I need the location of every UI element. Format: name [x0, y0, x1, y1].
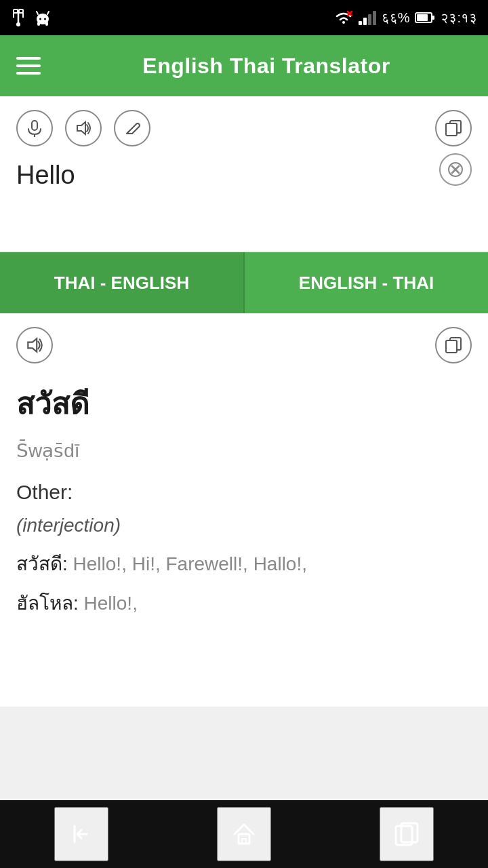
- edit-button[interactable]: [114, 110, 150, 146]
- meaning-word-1: สวัสดี:: [16, 553, 68, 574]
- menu-line-3: [16, 72, 41, 75]
- recents-icon: [393, 821, 420, 848]
- wifi-icon: [334, 10, 353, 25]
- usb-icon: [11, 8, 26, 27]
- svg-rect-20: [417, 14, 428, 21]
- meaning-values-1: Hello!, Hi!, Farewell!, Hallo!,: [68, 553, 307, 574]
- battery-pct: ६६%: [382, 10, 410, 26]
- recents-button[interactable]: [380, 807, 434, 861]
- svg-line-10: [47, 12, 49, 14]
- svg-rect-11: [37, 22, 40, 26]
- svg-rect-17: [368, 14, 371, 25]
- menu-button[interactable]: [16, 57, 41, 75]
- output-toolbar: [16, 327, 472, 363]
- svg-marker-31: [28, 338, 37, 351]
- status-left-icons: [11, 8, 50, 27]
- output-meaning-row-2: ฮัลโหล: Hello!,: [16, 589, 472, 618]
- svg-line-9: [37, 12, 38, 14]
- speaker-icon-output: [25, 336, 44, 355]
- svg-rect-12: [45, 22, 48, 26]
- menu-line-2: [16, 64, 41, 67]
- svg-rect-27: [446, 123, 457, 136]
- svg-point-7: [39, 18, 41, 20]
- android-icon: [35, 8, 50, 27]
- svg-point-8: [44, 18, 46, 20]
- input-area: Hello: [0, 96, 488, 252]
- svg-rect-16: [363, 18, 367, 25]
- home-icon: [230, 821, 258, 848]
- thai-english-button[interactable]: THAI - ENGLISH: [0, 252, 245, 313]
- output-phonetic: S̄wạs̄dī: [16, 439, 472, 462]
- meaning-values-2: Hello!,: [79, 593, 138, 614]
- svg-marker-24: [77, 122, 85, 134]
- app-header: English Thai Translator: [0, 35, 488, 96]
- output-pos: (interjection): [16, 515, 472, 536]
- speaker-icon-input: [75, 119, 92, 137]
- copy-button-input[interactable]: [435, 110, 472, 146]
- lang-toggle: THAI - ENGLISH ENGLISH - THAI: [0, 252, 488, 313]
- copy-button-output[interactable]: [435, 327, 472, 363]
- status-right-icons: ६६% २३:१३: [334, 10, 477, 26]
- input-toolbar: [16, 110, 472, 146]
- svg-rect-2: [19, 9, 23, 13]
- menu-line-1: [16, 57, 41, 60]
- mic-button[interactable]: [16, 110, 53, 146]
- clear-button[interactable]: [439, 153, 472, 186]
- edit-icon: [124, 120, 140, 136]
- battery-icon: [415, 12, 435, 24]
- svg-rect-1: [14, 9, 18, 13]
- output-other-label: Other:: [16, 481, 472, 504]
- status-bar: ६६% २३:१३: [0, 0, 488, 35]
- input-text-display: Hello: [16, 159, 472, 192]
- mic-icon: [26, 119, 43, 137]
- copy-icon-output: [445, 336, 462, 354]
- back-button[interactable]: [54, 807, 108, 861]
- meaning-word-2: ฮัลโหล:: [16, 593, 79, 614]
- output-main-translation: สวัสดี: [16, 380, 472, 427]
- app-title: English Thai Translator: [61, 54, 472, 79]
- status-time: २३:१३: [441, 10, 477, 26]
- speaker-button-input[interactable]: [65, 110, 102, 146]
- svg-rect-21: [432, 16, 434, 20]
- svg-rect-15: [359, 21, 362, 25]
- output-meaning-row-1: สวัสดี: Hello!, Hi!, Farewell!, Hallo!,: [16, 550, 472, 578]
- copy-icon-input: [445, 119, 462, 137]
- speaker-button-output[interactable]: [16, 327, 53, 363]
- svg-rect-18: [373, 11, 376, 25]
- bottom-nav: [0, 800, 488, 868]
- output-area: สวัสดี S̄wạs̄dī Other: (interjection) สว…: [0, 313, 488, 707]
- back-icon: [68, 821, 95, 848]
- svg-rect-22: [32, 121, 37, 130]
- svg-rect-33: [446, 340, 457, 353]
- clear-icon: [447, 161, 464, 178]
- home-button[interactable]: [217, 807, 271, 861]
- signal-icon: [359, 10, 376, 25]
- english-thai-button[interactable]: ENGLISH - THAI: [245, 252, 488, 313]
- svg-point-3: [16, 22, 20, 26]
